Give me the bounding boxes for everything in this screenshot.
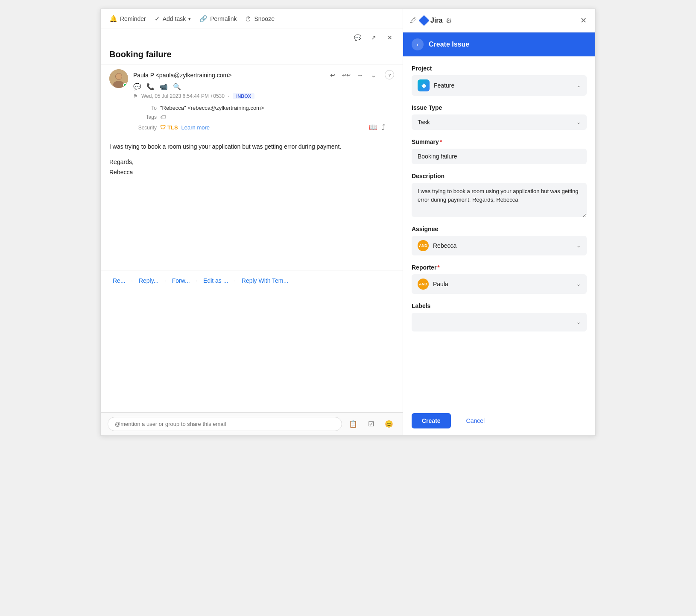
reporter-avatar: AND: [418, 279, 429, 290]
re-button[interactable]: Re...: [109, 276, 129, 286]
more-button[interactable]: ⌄: [368, 69, 380, 81]
assignee-select[interactable]: AND Rebecca ⌄: [412, 236, 587, 255]
jira-logo: Jira: [420, 17, 442, 24]
reply-all-btn[interactable]: Reply...: [135, 276, 162, 286]
email-sub-icons: 💬 📞 📹 🔍: [133, 83, 380, 91]
chat-icon[interactable]: 💬: [351, 32, 363, 44]
issue-type-value: Task: [418, 119, 430, 126]
email-toolbar: 🔔 Reminder ✓ Add task ▾ 🔗 Permalink ⏱ Sn…: [101, 9, 403, 29]
assignee-select-left: AND Rebecca: [418, 240, 456, 251]
issue-type-select[interactable]: Task ⌄: [412, 114, 587, 130]
phone-icon[interactable]: 📞: [146, 83, 155, 91]
email-reply-bar: Re... · Reply... · Forw... · Edit as ...…: [101, 270, 403, 291]
assignee-label: Assignee: [412, 226, 587, 232]
compose-input[interactable]: [108, 417, 342, 431]
jira-form: Project ◈ Feature ⌄ Issue Type Task: [403, 56, 595, 406]
cancel-button[interactable]: Cancel: [456, 413, 495, 428]
tls-badge: 🛡 TLS: [160, 124, 178, 131]
jira-diamond-icon: [418, 15, 429, 26]
security-label: Security: [133, 125, 157, 131]
compose-emoji-icon[interactable]: 😊: [382, 417, 396, 431]
collapse-button[interactable]: ∨: [385, 70, 394, 79]
back-button[interactable]: ‹: [412, 38, 424, 50]
edit-as-button[interactable]: Edit as ...: [200, 276, 231, 286]
jira-settings-icon[interactable]: ⚙: [446, 17, 452, 25]
project-select[interactable]: ◈ Feature ⌄: [412, 75, 587, 96]
snooze-button[interactable]: ⏱ Snooze: [245, 15, 274, 23]
share-icon[interactable]: ⤴: [382, 123, 386, 132]
jira-close-button[interactable]: ✕: [579, 14, 588, 27]
expand-icon[interactable]: ↗: [368, 32, 380, 44]
chevron-down-icon-type: ⌄: [576, 119, 581, 125]
reply-button[interactable]: ↩: [327, 69, 339, 81]
shield-icon: 🛡: [160, 124, 166, 131]
forward-button[interactable]: →: [354, 69, 366, 81]
separator-1: ·: [132, 278, 133, 284]
reporter-field: Reporter * AND Paula ⌄: [412, 264, 587, 294]
close-icon[interactable]: ✕: [384, 32, 396, 44]
separator-2: ·: [164, 278, 166, 284]
reminder-button[interactable]: 🔔 Reminder: [109, 15, 146, 23]
flag-icon: ⚑: [133, 93, 138, 99]
email-subject: Booking failure: [101, 46, 403, 65]
signature-name: Rebecca: [109, 167, 394, 178]
avatar: [109, 69, 128, 88]
chevron-down-icon-reporter: ⌄: [576, 281, 581, 287]
email-to-row: To "Rebecca" <rebecca@zylkertraining.com…: [101, 103, 403, 112]
tag-icon: 🏷: [160, 114, 166, 120]
reminder-label: Reminder: [120, 15, 146, 22]
summary-label: Summary *: [412, 138, 587, 145]
email-header: Paula P <paula@zylkertraining.com> ↩ ↩↩ …: [101, 65, 403, 103]
description-textarea[interactable]: I was trying to book a room using your a…: [412, 183, 587, 217]
online-indicator: [123, 83, 127, 87]
separator-3: ·: [196, 278, 197, 284]
summary-input[interactable]: [412, 149, 587, 164]
add-task-button[interactable]: ✓ Add task ▾: [155, 15, 191, 23]
summary-required: *: [440, 138, 442, 145]
jira-header-left: 🖉 Jira ⚙: [410, 17, 452, 25]
compose-template-icon[interactable]: 📋: [346, 417, 360, 431]
tags-label: Tags: [133, 114, 157, 120]
jira-create-header: ‹ Create Issue: [403, 32, 595, 56]
security-right-icons: 📖 ⤴: [369, 123, 394, 132]
issue-type-label: Issue Type: [412, 104, 587, 111]
learn-more-link[interactable]: Learn more: [181, 124, 210, 131]
reply-template-button[interactable]: Reply With Tem...: [238, 276, 292, 286]
email-body: I was trying to book a room using your a…: [101, 133, 403, 270]
inbox-badge: INBOX: [233, 93, 254, 99]
jira-title: Jira: [430, 17, 442, 24]
email-body-spacer: [101, 291, 403, 412]
project-select-left: ◈ Feature: [418, 79, 454, 91]
reply-all-button[interactable]: ↩↩: [340, 69, 352, 81]
email-panel: 🔔 Reminder ✓ Add task ▾ 🔗 Permalink ⏱ Sn…: [101, 9, 403, 435]
project-label: Project: [412, 65, 587, 72]
chevron-down-icon: ▾: [188, 16, 191, 22]
email-signature: Regards, Rebecca: [109, 157, 394, 178]
compose-checklist-icon[interactable]: ☑: [364, 417, 378, 431]
labels-label: Labels: [412, 302, 587, 309]
search-icon[interactable]: 🔍: [173, 83, 181, 91]
permalink-button[interactable]: 🔗 Permalink: [199, 15, 237, 23]
book-icon[interactable]: 📖: [369, 123, 377, 132]
jira-pin-icon[interactable]: 🖉: [410, 17, 417, 24]
labels-input[interactable]: ⌄: [412, 313, 587, 331]
project-icon: ◈: [418, 79, 430, 91]
chevron-down-icon-assignee: ⌄: [576, 243, 581, 249]
description-field: Description I was trying to book a room …: [412, 173, 587, 217]
email-compose-bar: 📋 ☑ 😊: [101, 412, 403, 435]
video-icon[interactable]: 📹: [160, 83, 168, 91]
check-icon: ✓: [155, 15, 160, 23]
reporter-select[interactable]: AND Paula ⌄: [412, 274, 587, 294]
assignee-value: Rebecca: [433, 242, 456, 249]
email-expand-bar: 💬 ↗ ✕: [101, 29, 403, 46]
email-actions: ↩ ↩↩ → ⌄: [327, 69, 380, 81]
timestamp-row: ⚑ Wed, 05 Jul 2023 6:54:44 PM +0530 · IN…: [133, 93, 380, 99]
create-button[interactable]: Create: [412, 413, 451, 428]
forward-btn[interactable]: Forw...: [169, 276, 193, 286]
email-tags-row: Tags 🏷: [101, 112, 403, 122]
chat-sub-icon[interactable]: 💬: [133, 83, 141, 91]
sender-name: Paula P <paula@zylkertraining.com>: [133, 72, 231, 79]
clock-icon: ⏱: [245, 15, 251, 23]
assignee-field: Assignee AND Rebecca ⌄: [412, 226, 587, 255]
issue-type-field: Issue Type Task ⌄: [412, 104, 587, 130]
